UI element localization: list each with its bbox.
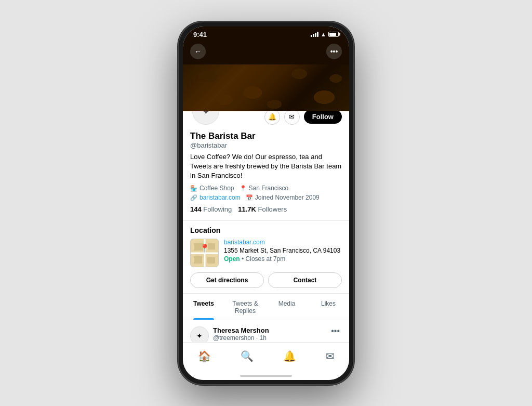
status-icons: ▲ (311, 31, 339, 37)
nav-messages[interactable]: ✉ (317, 348, 343, 364)
tweet-time: 1h (260, 334, 267, 342)
shop-icon: 🏪 (190, 185, 197, 192)
tweet-header: ✦ Theresa Mershon @treemershon · 1h ••• (190, 326, 342, 342)
tweet-card: ✦ Theresa Mershon @treemershon · 1h ••• … (183, 320, 349, 342)
nav-notifications[interactable]: 🔔 (275, 348, 304, 364)
followers-stat[interactable]: 11.7K Followers (238, 205, 287, 213)
location-website-link[interactable]: baristabar.com (224, 239, 342, 246)
meta-website[interactable]: 🔗 baristabar.com (190, 194, 241, 201)
profile-meta: 🏪 Coffee Shop 📍 San Francisco 🔗 baristab… (190, 185, 342, 201)
status-bar: 9:41 ▲ (183, 27, 349, 41)
location-card: 📍 baristabar.com 1355 Market St, San Fra… (190, 239, 342, 267)
meta-location: 📍 San Francisco (240, 185, 289, 192)
coffee-beans-pattern (183, 64, 349, 111)
wifi-icon: ▲ (321, 31, 326, 37)
home-bar (240, 375, 292, 377)
calendar-icon: 📅 (246, 194, 253, 201)
open-status: Open (224, 255, 240, 263)
tweet-handle-time: @treemershon · 1h (213, 334, 325, 342)
back-button[interactable]: ← (190, 44, 206, 59)
close-status: • Closes at 7pm (242, 255, 285, 263)
location-address: 1355 Market St, San Francisco, CA 94103 (224, 247, 342, 254)
profile-header: ✦ 🔔 ✉ Follow The Barista Bar @baristabar… (183, 96, 349, 221)
meta-joined-text: Joined November 2009 (255, 194, 320, 201)
bottom-nav: 🏠 🔍 🔔 ✉ (183, 342, 349, 373)
message-button[interactable]: ✉ (284, 109, 300, 125)
website-link[interactable]: baristabar.com (200, 194, 241, 201)
tabs-bar: Tweets Tweets & Replies Media Likes (183, 294, 349, 320)
status-time: 9:41 (193, 31, 207, 38)
followers-count: 11.7K (238, 205, 256, 213)
profile-handle: @baristabar (190, 141, 342, 149)
meta-category: 🏪 Coffee Shop (190, 185, 234, 192)
following-label: Following (203, 205, 232, 213)
following-stat[interactable]: 144 Following (190, 205, 232, 213)
meta-category-text: Coffee Shop (200, 185, 234, 192)
meta-joined: 📅 Joined November 2009 (246, 194, 320, 201)
meta-location-text: San Francisco (249, 185, 289, 192)
nav-search[interactable]: 🔍 (232, 348, 262, 364)
nav-home[interactable]: 🏠 (190, 348, 219, 364)
followers-label: Followers (258, 205, 287, 213)
map-pin-icon: 📍 (200, 243, 210, 253)
link-icon: 🔗 (190, 194, 197, 201)
phone-frame: 9:41 ▲ ← ••• (178, 21, 354, 385)
tweet-avatar: ✦ (190, 326, 209, 342)
map-block (194, 256, 202, 264)
tab-media[interactable]: Media (266, 294, 308, 320)
follow-button[interactable]: Follow (304, 110, 342, 124)
tweet-separator: · (256, 334, 260, 342)
battery-icon (328, 32, 339, 37)
following-count: 144 (190, 205, 202, 213)
tab-likes[interactable]: Likes (308, 294, 349, 320)
tweet-more-button[interactable]: ••• (329, 326, 342, 336)
tweet-author-name: Theresa Mershon (213, 326, 325, 334)
notification-button[interactable]: 🔔 (264, 109, 280, 125)
location-info: baristabar.com 1355 Market St, San Franc… (224, 239, 342, 263)
map-block (207, 257, 215, 264)
tweet-user-info: Theresa Mershon @treemershon · 1h (213, 326, 325, 342)
more-button[interactable]: ••• (326, 44, 342, 59)
phone-screen: 9:41 ▲ ← ••• (183, 27, 349, 380)
profile-name: The Barista Bar (190, 131, 342, 141)
scroll-content[interactable]: ✦ 🔔 ✉ Follow The Barista Bar @baristabar… (183, 64, 349, 342)
location-title: Location (190, 226, 342, 234)
location-section: Location 📍 barist (183, 221, 349, 294)
app-header: ← ••• (183, 41, 349, 64)
get-directions-button[interactable]: Get directions (190, 272, 264, 288)
location-icon: 📍 (240, 185, 247, 192)
profile-actions: 🔔 ✉ Follow (264, 109, 342, 125)
signal-icon (311, 32, 318, 37)
contact-button[interactable]: Contact (268, 272, 342, 288)
home-indicator (183, 373, 349, 380)
tab-tweets-replies[interactable]: Tweets & Replies (224, 294, 266, 320)
location-status: Open • Closes at 7pm (224, 255, 342, 263)
profile-bio: Love Coffee? We do! Our espresso, tea an… (190, 152, 342, 181)
map-thumbnail[interactable]: 📍 (190, 239, 219, 267)
location-buttons: Get directions Contact (190, 272, 342, 288)
follow-stats: 144 Following 11.7K Followers (190, 205, 342, 213)
cover-photo (183, 64, 349, 111)
tab-tweets[interactable]: Tweets (183, 294, 224, 320)
tweet-handle: @treemershon (213, 334, 255, 342)
